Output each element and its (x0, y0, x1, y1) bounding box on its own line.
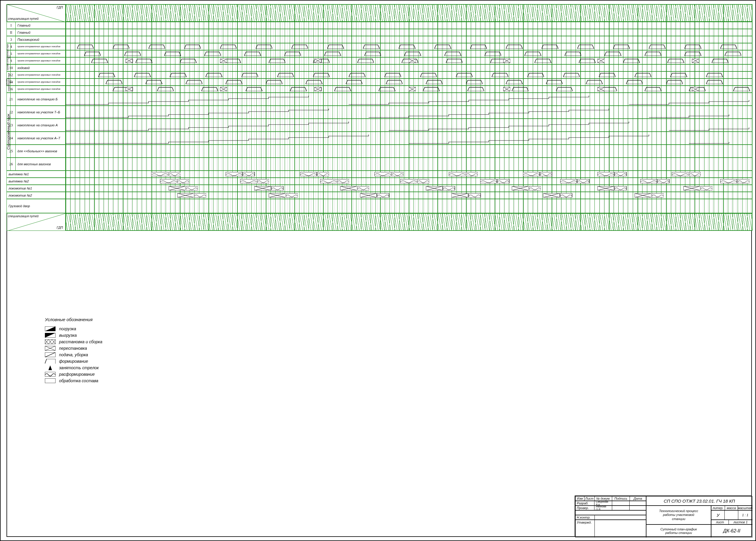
tenmin-line (556, 4, 557, 231)
legend-item: выгрузка (45, 333, 102, 338)
track-number: I (7, 22, 16, 29)
legend-swatch-switch (45, 365, 56, 370)
track-header: 8прием-отправление грузовых поездов (6, 57, 66, 64)
tenmin-line (128, 4, 128, 231)
tenmin-line (428, 4, 428, 231)
hour-line (266, 4, 266, 231)
track-header: Грузовой двор (6, 199, 66, 213)
tenmin-line (142, 4, 142, 231)
track-number: II (7, 29, 16, 36)
tenmin-line (75, 4, 75, 231)
tb-podp: Подпись (612, 496, 630, 501)
tenmin-line (590, 4, 590, 231)
hour-line (323, 4, 324, 231)
legend-item: перестановка (45, 346, 102, 351)
track-header: 12прием-отправление грузовых поездов (6, 71, 66, 79)
group-label: Сортировочный парк (6, 93, 11, 171)
tenmin-line (190, 4, 190, 231)
tenmin-line (747, 4, 747, 231)
tenmin-line (80, 4, 80, 231)
tenmin-line (213, 4, 214, 231)
tenmin-line (290, 4, 290, 231)
track-label: ходовой (16, 65, 65, 71)
tb-razrab: Разраб. (576, 501, 594, 505)
tenmin-line (85, 4, 85, 231)
tenmin-line (318, 4, 318, 231)
tenmin-line (399, 4, 400, 231)
tenmin-line (652, 4, 652, 231)
tenmin-line (518, 4, 519, 231)
tenmin-line (194, 4, 195, 231)
legend-item: расстановка и сборка (45, 339, 102, 344)
tb-draw2: работы станции (665, 531, 692, 535)
track-label: Грузовой двор (7, 199, 65, 213)
hour-line (437, 4, 438, 231)
tenmin-line (375, 4, 376, 231)
track-label: для местных вагонов (16, 158, 65, 170)
tb-scale: 1 : 1 (738, 511, 752, 519)
tenmin-line (256, 4, 257, 231)
track-header: 4прием-отправление грузовых поездов (6, 43, 66, 50)
tenmin-line (594, 4, 595, 231)
group-label: приемо-отправочный парк №2 (6, 71, 11, 93)
track-label: накопление на станцию Б (16, 93, 65, 105)
hour-line (123, 4, 123, 231)
tenmin-line (618, 4, 619, 231)
tenmin-line (118, 4, 118, 231)
hour-line (466, 4, 467, 231)
gdp-label-top: ГДП (57, 6, 63, 9)
legend-item: формирование (45, 359, 102, 364)
svg-rect-246 (45, 378, 56, 383)
tenmin-line (175, 4, 175, 231)
tb-lith: литер. (711, 506, 725, 510)
tenmin-line (456, 4, 457, 231)
hour-line (94, 4, 95, 231)
track-label: накопление на участок А–Т (16, 132, 65, 144)
tenmin-line (313, 4, 314, 231)
track-header: 16прием-отправление грузовых поездов (6, 86, 66, 93)
track-label: накопление на станцию А (16, 119, 65, 131)
hour-line (723, 4, 724, 231)
tenmin-line (342, 4, 342, 231)
tenmin-line (485, 4, 485, 231)
hour-line (609, 4, 610, 231)
tenmin-line (185, 4, 185, 231)
track-header: 10ходовой (6, 64, 66, 71)
tenmin-line (204, 4, 204, 231)
legend-item: занятость стрелок (45, 365, 102, 370)
hour-line (638, 4, 638, 231)
track-header: 3Пассажирский (6, 36, 66, 43)
track-label: вытяжка №2 (7, 178, 65, 185)
tenmin-line (490, 4, 490, 231)
tb-code: СП СПО ОТЖТ 23.02.01. ГЧ 18 КП (646, 496, 752, 506)
track-header: локомотив №1 (6, 185, 66, 192)
tenmin-line (423, 4, 423, 231)
legend-swatch-deliver (45, 352, 56, 357)
tb-ndoc: № докум. (595, 496, 612, 501)
legend-swatch-process (45, 378, 56, 383)
tenmin-line (89, 4, 90, 231)
track-label: локомотив №1 (7, 185, 65, 192)
track-label: Главный (16, 29, 65, 36)
tenmin-line (285, 4, 285, 231)
track-label: для <<больных>> вагонов (16, 145, 65, 157)
tenmin-line (604, 4, 605, 231)
tenmin-line (337, 4, 338, 231)
legend-label: подача, уборка (59, 352, 88, 357)
tb-u: У (711, 511, 725, 519)
spec-label-top: специализация путей (8, 17, 39, 20)
tenmin-line (547, 4, 547, 231)
tb-utverd: Утвержд. (576, 520, 595, 537)
tb-mass: масса (725, 506, 738, 510)
hour-line (66, 4, 66, 231)
tenmin-line (356, 4, 356, 231)
legend-swatch-form (45, 359, 56, 364)
legend-item: расформирование (45, 372, 102, 377)
tb-name2: Иванова О.В. (594, 506, 612, 510)
tb-nkontr: Н.контр. (576, 515, 595, 519)
tenmin-line (328, 4, 328, 231)
hour-line (294, 4, 295, 231)
hour-line (151, 4, 152, 231)
tenmin-line (418, 4, 418, 231)
tb-name1: Смирнова В.К. (594, 501, 612, 505)
